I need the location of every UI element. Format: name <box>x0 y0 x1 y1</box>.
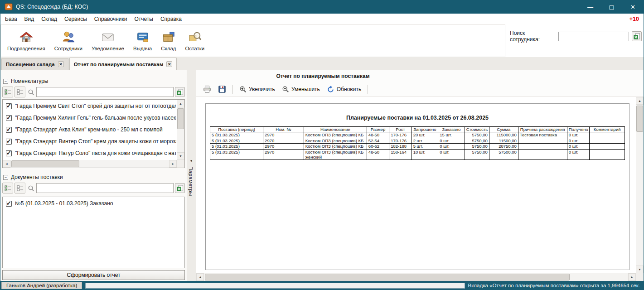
content-area: − Номенклатуры <box>0 70 644 281</box>
tab-close-icon[interactable]: ✕ <box>166 61 172 67</box>
collapse-icon[interactable]: − <box>3 175 8 180</box>
scroll-track[interactable] <box>10 160 169 168</box>
report-cell: 5750,00 <box>465 138 489 143</box>
report-panel: Отчет по планируемым поставкам <box>196 70 644 281</box>
menu-item-vid[interactable]: Вид <box>21 14 38 24</box>
checkbox[interactable] <box>6 127 12 133</box>
scroll-track[interactable] <box>204 273 628 281</box>
tab-close-icon[interactable]: ✕ <box>58 61 64 67</box>
zoom-in-label: Увеличить <box>249 86 275 92</box>
menu-item-spravochniki[interactable]: Справочники <box>91 14 131 24</box>
horizontal-scrollbar[interactable] <box>196 273 636 281</box>
scroll-right-button[interactable] <box>628 273 636 281</box>
menu-item-otchety[interactable]: Отчеты <box>131 14 156 24</box>
uncheck-all-button[interactable] <box>15 183 25 193</box>
report-cell: 170-176 <box>389 132 412 138</box>
maximize-button[interactable]: ▢ <box>601 0 622 14</box>
report-cell: 48-50 <box>367 149 389 160</box>
scroll-thumb[interactable] <box>636 106 643 132</box>
supply-documents-filter-input[interactable] <box>36 183 174 193</box>
issue-card-icon <box>136 30 150 44</box>
checkbox[interactable] <box>6 103 12 109</box>
tab-bar: Посещения склада ✕ Отчет по планируемым … <box>0 57 644 70</box>
minimize-button[interactable]: — <box>580 0 601 14</box>
save-floppy-icon <box>218 85 226 93</box>
column-header: Стоимость <box>465 127 489 132</box>
nomenclatures-filter-input[interactable] <box>36 87 174 97</box>
report-cell: 60-62 <box>367 144 389 149</box>
scroll-track[interactable] <box>636 105 644 266</box>
stock-button[interactable]: Остатки <box>181 28 209 53</box>
employee-search-input[interactable] <box>558 32 629 41</box>
vertical-scrollbar[interactable] <box>177 100 184 160</box>
warehouse-label: Склад <box>161 46 176 51</box>
scroll-track[interactable] <box>177 107 184 152</box>
nomenclatures-export-button[interactable] <box>175 87 185 97</box>
report-cell <box>590 144 625 149</box>
table-row: 5 (01.03.2025) 2970 Костюм ОПЗ (спецпоши… <box>210 132 625 138</box>
list-item[interactable]: "Гарда Премиум Хилинг Гель" гель-бальзам… <box>3 112 176 124</box>
tab-warehouse-visits[interactable]: Посещения склада ✕ <box>1 58 68 70</box>
check-all-button[interactable] <box>2 183 13 193</box>
tab-planned-supplies-report-label: Отчет по планируемым поставкам <box>74 62 164 67</box>
issue-button[interactable]: Выдача <box>129 28 156 53</box>
report-cell: Костюм ОПЗ (спецпошив) КБ женский <box>304 149 367 160</box>
scroll-down-button[interactable] <box>177 152 184 160</box>
scroll-left-button[interactable] <box>3 160 10 168</box>
report-cell: 10 шт. <box>412 149 438 160</box>
collapse-icon[interactable]: − <box>3 79 8 84</box>
vertical-scrollbar[interactable] <box>636 97 644 273</box>
report-cell: 15 шт. <box>438 132 465 138</box>
list-item[interactable]: "Гарда Премиум Свит Стоп" спрей для защи… <box>3 100 176 112</box>
scroll-thumb[interactable] <box>205 274 570 280</box>
scroll-up-button[interactable] <box>177 100 184 107</box>
menu-item-spravka[interactable]: Справка <box>157 14 185 24</box>
departments-button[interactable]: Подразделения <box>3 28 50 53</box>
app-window: QS: Спецодежда (БД: КОС) — ▢ ✕ База Вид … <box>0 0 644 290</box>
print-button[interactable] <box>201 84 213 95</box>
scroll-right-button[interactable] <box>169 160 177 168</box>
check-all-button[interactable] <box>2 87 13 97</box>
menu-item-sklad[interactable]: Склад <box>38 14 61 24</box>
close-button[interactable]: ✕ <box>622 0 644 14</box>
employee-search-export-button[interactable] <box>632 31 642 41</box>
report-cell: 48-50 <box>367 132 389 138</box>
checkbox[interactable] <box>6 115 12 121</box>
zoom-out-button[interactable]: Уменьшить <box>280 84 322 94</box>
list-item[interactable]: "Гарда Стандарт Аква Клин" крем-мыло - 2… <box>3 124 176 135</box>
scroll-up-button[interactable] <box>636 97 644 105</box>
generate-report-button[interactable]: Сформировать отчет <box>2 270 185 280</box>
report-cell: 5750,00 <box>465 144 489 149</box>
scroll-left-button[interactable] <box>196 273 204 281</box>
scroll-thumb[interactable] <box>177 108 184 129</box>
parameters-splitter[interactable]: ◄ Параметры <box>187 70 196 281</box>
refresh-label: Обновить <box>337 86 361 92</box>
tab-planned-supplies-report[interactable]: Отчет по планируемым поставкам ✕ <box>69 58 177 70</box>
scroll-down-button[interactable] <box>636 266 644 273</box>
list-item[interactable]: "Гарда Стандарт Натур Соло" паста для ко… <box>3 147 176 159</box>
column-header: Запрошено <box>412 127 438 132</box>
save-button[interactable] <box>216 84 228 95</box>
checkbox[interactable] <box>6 139 12 145</box>
supply-documents-export-button[interactable] <box>175 183 185 193</box>
checkbox[interactable] <box>6 150 12 156</box>
warehouse-button[interactable]: Склад <box>156 28 180 53</box>
uncheck-all-button[interactable] <box>15 87 25 97</box>
list-item[interactable]: №5 (01.03.2025 - 01.03.2025) Заказано <box>3 198 184 209</box>
menu-item-servisy[interactable]: Сервисы <box>61 14 91 24</box>
report-cell: 0 шт. <box>438 149 465 160</box>
refresh-button[interactable]: Обновить <box>324 84 363 95</box>
toolbar-buttons-group: Подразделения Сотрудники <box>0 24 505 57</box>
notification-button[interactable]: Уведомление <box>87 28 129 53</box>
zoom-in-button[interactable]: Увеличить <box>237 84 277 94</box>
horizontal-scrollbar[interactable] <box>3 160 177 168</box>
menu-item-baza[interactable]: База <box>1 14 21 24</box>
column-header: Ном. № <box>263 127 304 132</box>
scroll-thumb[interactable] <box>11 160 79 167</box>
supply-documents-title: Документы поставки <box>11 174 63 180</box>
search-icon <box>27 89 35 96</box>
checkbox[interactable] <box>6 201 12 207</box>
employees-button[interactable]: Сотрудники <box>50 28 87 53</box>
report-cell <box>518 149 567 160</box>
list-item[interactable]: "Гарда Стандарт Винтер Стоп" крем для за… <box>3 135 176 147</box>
